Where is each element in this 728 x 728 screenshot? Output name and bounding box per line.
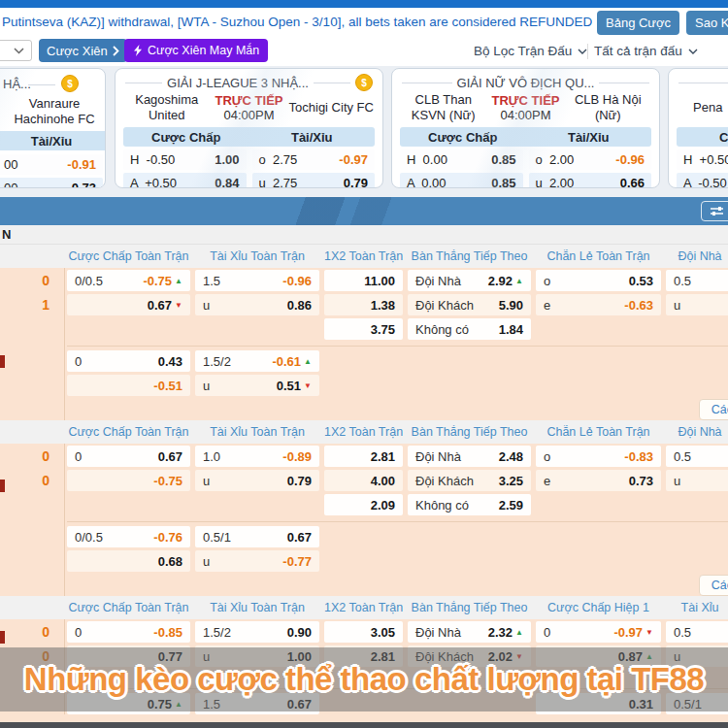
odds-cell[interactable]: 0/0.5-0.75▲ [67, 270, 190, 291]
odds-cell[interactable]: 0.68 [67, 550, 190, 572]
odds-value: 4.00 [371, 474, 395, 488]
league-name-bar: N [0, 225, 728, 245]
odds-cell[interactable]: -0.75 [67, 470, 190, 491]
odds-value: 2.59 [499, 498, 523, 513]
column-header: Cược Chấp Toàn Trận [67, 601, 190, 614]
odds-cell[interactable]: 0.5/10.67 [195, 526, 319, 547]
odds-value: 0.51 [277, 379, 301, 393]
bet-type-dropdown[interactable] [0, 40, 32, 61]
live-badge: TRỰC TIẾP [487, 93, 565, 108]
odds-cell[interactable]: u0.51▼ [195, 375, 319, 396]
odds-type-header-row: Cư [677, 127, 728, 147]
odds-cell[interactable]: Không có2.59 [408, 494, 531, 515]
odds-cell[interactable]: o 2.75-0.97 [252, 149, 376, 170]
match-filter-dropdown[interactable]: Bộ Lọc Trận Đấu [474, 44, 587, 58]
odds-cell[interactable]: H +0.50 [677, 149, 728, 170]
score-value: 1 [0, 297, 62, 313]
more-bets-link[interactable]: Các [699, 399, 728, 420]
odds-cell[interactable]: Đội Nhà2.48 [408, 446, 531, 467]
odds-cell[interactable]: 0/0.5-0.76 [67, 526, 190, 547]
match-filter-label: Bộ Lọc Trận Đấu [474, 44, 572, 58]
odds-cell[interactable]: H -0.501.00 [123, 149, 247, 170]
sub-block-divider [67, 346, 728, 347]
odds-cell[interactable]: 0.5 [666, 270, 728, 291]
odds-cell[interactable]: 1.5/2-0.61▲ [195, 350, 319, 372]
odds-cell[interactable]: u0.79 [195, 470, 319, 491]
odds-cell[interactable]: 0.67▼ [67, 294, 190, 315]
parlay-tab[interactable]: Cược Xiên [39, 39, 127, 62]
odds-value: 0.67 [287, 530, 312, 545]
odds-cell[interactable]: 1.0-0.89 [195, 446, 319, 467]
topbar-button[interactable]: Sao Kê [686, 11, 728, 35]
more-bets-link[interactable]: Các [699, 575, 728, 596]
odds-cell[interactable]: H 0.000.85 [400, 149, 523, 170]
odds-cell[interactable]: Không có1.84 [408, 318, 531, 340]
announcement-bar: Putintseva (KAZ)] withdrawal, [WTA - Suz… [0, 8, 728, 38]
line-value: 0.5 [674, 625, 691, 640]
clipped-marker-icon [0, 355, 5, 368]
odds-cell[interactable]: o-0.83 [536, 446, 661, 467]
odds-cell[interactable]: u [666, 294, 728, 315]
odds-cell[interactable]: 2.81 [324, 446, 403, 467]
odds-cell[interactable]: u 2.000.66 [529, 173, 652, 188]
odds-cell[interactable]: Đội Khách3.25 [408, 470, 531, 491]
column-header: Cược Chấp Toàn Trận [67, 249, 190, 263]
odds-cell[interactable]: Đội Nhà2.92▲ [408, 270, 531, 291]
empty-cell [67, 318, 190, 340]
odds-cell[interactable]: 00.43 [67, 350, 190, 372]
odds-cell[interactable]: A 0.000.85 [400, 173, 523, 188]
odds-cell[interactable]: u [666, 470, 728, 491]
odds-cell[interactable]: 2.09 [324, 494, 403, 515]
odds-value: -0.75 [153, 474, 182, 488]
column-header: Tài Xỉu Toàn Trận [195, 601, 319, 614]
odds-cell[interactable]: A -0.50 [677, 173, 728, 188]
all-matches-dropdown[interactable]: Tất cả trận đấu [594, 44, 698, 58]
odds-cell[interactable]: 0-0.97▼ [536, 621, 661, 643]
empty-cell [536, 375, 661, 396]
line-value: Không có [415, 498, 469, 513]
odds-cell[interactable]: 3.05 [324, 621, 403, 643]
home-team-name: Pena [677, 100, 728, 116]
odds-cell[interactable]: 1.5-0.96 [195, 270, 319, 291]
odds-cell[interactable]: 00.67 [67, 446, 190, 467]
odds-cell[interactable]: e-0.63 [536, 294, 661, 315]
odds-cell[interactable]: Đội Khách5.90 [408, 294, 531, 315]
match-time: 04:00PM [211, 108, 288, 122]
empty-cell [195, 494, 319, 515]
chevron-down-icon [688, 49, 698, 54]
match-status: TRỰC TIẾP 04:00PM [487, 93, 565, 122]
odds-cell[interactable]: 3.75 [324, 318, 403, 340]
line-value: 00 [4, 157, 17, 172]
odds-cell[interactable]: u-0.77 [195, 550, 319, 572]
odds-cell[interactable]: 4.00 [324, 470, 403, 491]
odds-value: 0.85 [491, 176, 515, 188]
parlay-label: Cược Xiên [47, 44, 108, 58]
odds-cell[interactable]: u 2.750.79 [252, 173, 376, 188]
line-value: u 2.00 [536, 176, 575, 188]
column-header: 1X2 Toàn Trận [324, 601, 403, 614]
odds-cell[interactable]: 0.5 [666, 621, 728, 643]
odds-value: 0.43 [158, 354, 182, 369]
odds-cell[interactable]: 0.5 [666, 446, 728, 467]
lucky-parlay-tab[interactable]: Cược Xiên May Mắn [124, 39, 268, 62]
odds-cell[interactable]: 00 -0.91 [0, 154, 103, 175]
odds-cell[interactable]: -0.51 [67, 375, 190, 396]
odds-cell[interactable]: u0.86 [195, 294, 319, 315]
odds-cell[interactable]: 1.5/20.90 [195, 621, 319, 643]
display-options-button[interactable]: Lự [701, 201, 728, 221]
odds-row: 0.68u-0.77 [0, 550, 728, 572]
section-body: 00/0.5-0.75▲1.5-0.9611.00Đội Nhà2.92▲o0.… [0, 268, 728, 420]
odds-cell[interactable]: 0-0.85 [67, 621, 190, 643]
topbar-button[interactable]: Bảng Cược [597, 11, 679, 35]
odds-cell[interactable]: 11.00 [324, 270, 403, 291]
chevron-down-icon [578, 49, 587, 54]
odds-cell[interactable]: 00 0.73 [0, 178, 103, 188]
odds-cell[interactable]: o0.53 [536, 270, 661, 291]
odds-cell[interactable]: 1.38 [324, 294, 403, 315]
match-odds-section: Cược Chấp Toàn TrậnTài Xỉu Toàn Trận1X2 … [0, 420, 728, 596]
odds-cell[interactable]: e0.73 [536, 470, 661, 491]
odds-cell[interactable]: o 2.00-0.96 [529, 149, 652, 170]
lightning-icon [133, 45, 143, 56]
odds-cell[interactable]: A +0.500.84 [123, 173, 247, 188]
odds-cell[interactable]: Đội Nhà2.32▲ [408, 621, 531, 643]
